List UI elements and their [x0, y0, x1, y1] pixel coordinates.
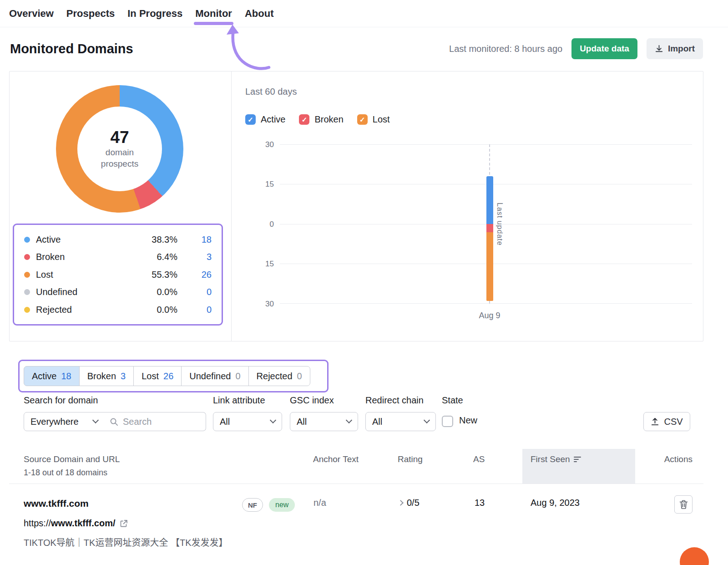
link-attribute-label: Link attribute: [213, 395, 265, 406]
bar-active: [486, 176, 493, 224]
donut-center: 47 domainprospects: [77, 107, 162, 191]
export-csv-button[interactable]: CSV: [643, 412, 690, 431]
tab-in-progress[interactable]: In Progress: [127, 8, 182, 20]
status-filter-tabs: Active18 Broken3 Lost26 Undefined0 Rejec…: [24, 366, 310, 386]
donut-ring: 47 domainprospects: [56, 85, 183, 213]
page-header: Monitored Domains Last monitored: 8 hour…: [10, 38, 703, 59]
upload-icon: [651, 417, 659, 426]
table-row-count: 1-18 out of 18 domains: [24, 468, 107, 478]
search-input[interactable]: [123, 417, 191, 427]
top-nav: Overview Prospects In Progress Monitor A…: [0, 0, 728, 27]
delete-row-button[interactable]: [674, 495, 693, 514]
search-icon: [110, 417, 118, 426]
panel-divider: [231, 71, 232, 341]
redirect-chain-select[interactable]: All: [365, 412, 436, 431]
col-first-seen[interactable]: First Seen: [531, 454, 581, 464]
donut-total: 47: [110, 128, 129, 147]
status-tab-rejected[interactable]: Rejected0: [248, 366, 310, 386]
search-scope-select[interactable]: Everywhere: [24, 412, 105, 431]
chat-bubble[interactable]: [680, 547, 709, 565]
gridline: [280, 264, 692, 264]
redirect-chain-label: Redirect chain: [365, 395, 424, 406]
checkbox-checked-icon[interactable]: ✓: [245, 114, 256, 125]
gridline: [280, 303, 692, 304]
checkbox-checked-icon[interactable]: ✓: [357, 114, 368, 125]
chevron-down-icon: [270, 417, 276, 423]
tab-monitor[interactable]: Monitor: [195, 8, 232, 20]
row-anchor-text: n/a: [313, 498, 326, 508]
monitored-domains-page: Overview Prospects In Progress Monitor A…: [0, 0, 728, 565]
sort-descending-icon: [574, 456, 581, 463]
last-update-label: Last update: [495, 144, 504, 304]
trend-toggle-lost[interactable]: ✓ Lost: [357, 114, 390, 125]
gridline: [280, 184, 692, 184]
state-label: State: [442, 395, 463, 406]
tab-about[interactable]: About: [245, 8, 274, 20]
nofollow-badge: NF: [242, 498, 263, 512]
bar-lost: [486, 232, 493, 301]
search-domain-label: Search for domain: [24, 395, 98, 406]
active-dot-icon: [24, 237, 30, 243]
last-monitored-text: Last monitored: 8 hours ago: [449, 44, 562, 54]
row-first-seen: Aug 9, 2023: [531, 498, 580, 508]
new-badge: new: [269, 498, 295, 512]
row-page-title: TIKTOK导航｜TK运营网址资源大全 【TK发发发】: [24, 535, 228, 549]
y-tick: 30: [254, 300, 274, 309]
gridline: [280, 144, 692, 145]
gsc-index-select[interactable]: All: [290, 412, 358, 431]
y-tick: 0: [254, 220, 274, 229]
chevron-down-icon: [424, 417, 430, 423]
row-domain: www.tkfff.com: [24, 498, 89, 509]
legend-row-undefined: Undefined 0.0% 0: [24, 284, 212, 301]
status-tab-active[interactable]: Active18: [24, 366, 80, 386]
domain-search-box: [104, 412, 206, 431]
row-authority-score: 13: [475, 498, 485, 508]
col-actions: Actions: [662, 454, 693, 464]
state-new-checkbox[interactable]: [442, 416, 453, 427]
external-link-icon: [120, 519, 128, 528]
row-source-url[interactable]: https://www.tkfff.com/: [24, 518, 128, 529]
status-tab-undefined[interactable]: Undefined0: [181, 366, 248, 386]
chevron-down-icon: [346, 417, 352, 423]
y-tick: 15: [254, 180, 274, 189]
link-attribute-select[interactable]: All: [213, 412, 282, 431]
broken-dot-icon: [24, 254, 30, 260]
update-data-button[interactable]: Update data: [571, 38, 637, 59]
undefined-dot-icon: [24, 289, 30, 295]
y-tick: 15: [254, 260, 274, 269]
chevron-down-icon: [92, 417, 99, 423]
divider: [9, 484, 703, 484]
state-new-label: New: [459, 415, 477, 426]
trend-chart: Last update Aug 9: [280, 144, 692, 304]
tab-overview[interactable]: Overview: [9, 8, 54, 20]
import-button[interactable]: Import: [647, 38, 703, 59]
x-axis-label: Aug 9: [471, 311, 508, 321]
status-tab-lost[interactable]: Lost26: [133, 366, 182, 386]
page-title: Monitored Domains: [10, 41, 133, 56]
gridline: [280, 224, 692, 224]
trend-legend: ✓ Active ✓ Broken ✓ Lost: [245, 114, 390, 125]
annotation-box-legend: Active 38.3% 18 Broken 6.4% 3 Lost 55.3%…: [13, 224, 223, 326]
legend-row-lost: Lost 55.3% 26: [24, 266, 212, 284]
chevron-right-icon: [398, 500, 404, 506]
trend-toggle-broken[interactable]: ✓ Broken: [299, 114, 343, 125]
col-as: AS: [473, 454, 485, 464]
bar-broken: [486, 224, 493, 232]
trend-title: Last 60 days: [245, 87, 297, 97]
status-tab-broken[interactable]: Broken3: [79, 366, 134, 386]
trend-toggle-active[interactable]: ✓ Active: [245, 114, 285, 125]
row-rating[interactable]: 0/5: [399, 498, 420, 508]
legend-row-rejected: Rejected 0.0% 0: [24, 301, 212, 319]
download-icon: [655, 45, 663, 53]
lost-dot-icon: [24, 272, 30, 278]
legend-row-active: Active 38.3% 18: [24, 231, 212, 249]
rejected-dot-icon: [24, 307, 30, 313]
donut-caption: domainprospects: [101, 147, 138, 169]
tab-prospects[interactable]: Prospects: [66, 8, 115, 20]
col-anchor-text: Anchor Text: [313, 454, 359, 464]
gsc-index-label: GSC index: [290, 395, 334, 406]
checkbox-checked-icon[interactable]: ✓: [299, 114, 309, 125]
col-rating: Rating: [398, 454, 423, 464]
col-source-domain: Source Domain and URL: [24, 454, 120, 464]
trash-icon: [679, 500, 688, 509]
